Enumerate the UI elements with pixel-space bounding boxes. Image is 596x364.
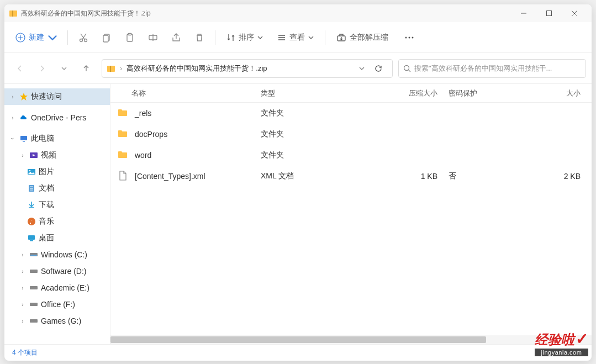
sidebar-this-pc[interactable]: › 此电脑 xyxy=(4,130,110,147)
address-bar[interactable]: › 高效科研必备的中国知网实用技能干货！.zip xyxy=(102,59,393,78)
tree-label: 文档 xyxy=(39,183,54,193)
maximize-button[interactable] xyxy=(536,4,562,22)
svg-point-25 xyxy=(412,36,414,38)
toolbar: 新建 排序 查看 全部解压缩 xyxy=(4,22,592,53)
close-button[interactable] xyxy=(562,4,587,22)
chevron-down-icon xyxy=(308,35,314,40)
svg-point-10 xyxy=(85,39,87,41)
file-list[interactable]: _rels文件夹docProps文件夹word文件夹[Content_Types… xyxy=(110,103,592,335)
up-button[interactable] xyxy=(76,59,96,78)
col-compressed[interactable]: 压缩大小 xyxy=(366,88,449,98)
chevron-down-icon xyxy=(48,33,57,43)
desktop-icon xyxy=(27,233,36,243)
sidebar-documents[interactable]: 文档 xyxy=(4,180,110,197)
video-icon xyxy=(29,150,39,160)
rename-button[interactable] xyxy=(142,28,164,48)
file-type: XML 文档 xyxy=(261,171,366,181)
sidebar-drive-e[interactable]: › Academic (E:) xyxy=(4,279,110,296)
sidebar-downloads[interactable]: 下载 xyxy=(4,197,110,213)
check-icon: ✓ xyxy=(576,330,588,347)
zip-icon xyxy=(107,64,115,73)
minimize-button[interactable] xyxy=(511,4,536,22)
folder-icon xyxy=(117,107,129,119)
drive-icon xyxy=(29,299,39,309)
col-size[interactable]: 大小 xyxy=(501,88,592,98)
search-input[interactable] xyxy=(414,64,581,72)
view-label: 查看 xyxy=(289,33,305,43)
scrollbar-thumb[interactable] xyxy=(110,336,486,343)
divider xyxy=(215,30,215,45)
cut-button[interactable] xyxy=(72,28,94,48)
extract-all-button[interactable]: 全部解压缩 xyxy=(330,29,395,46)
horizontal-scrollbar[interactable] xyxy=(110,335,592,344)
chevron-right-icon[interactable]: › xyxy=(19,284,27,292)
search-box[interactable] xyxy=(398,59,586,78)
file-row[interactable]: word文件夹 xyxy=(110,145,592,166)
nav-arrows xyxy=(10,59,96,78)
sidebar-quick-access[interactable]: › 快速访问 xyxy=(4,88,110,105)
svg-rect-41 xyxy=(30,240,33,241)
file-password: 否 xyxy=(449,171,501,181)
delete-button[interactable] xyxy=(188,28,210,48)
view-button[interactable]: 查看 xyxy=(271,29,320,46)
statusbar: 4 个项目 xyxy=(4,344,592,361)
col-type[interactable]: 类型 xyxy=(261,88,366,98)
paste-button[interactable] xyxy=(119,28,141,48)
sidebar-videos[interactable]: › 视频 xyxy=(4,147,110,163)
svg-rect-46 xyxy=(30,303,38,306)
chevron-right-icon[interactable]: › xyxy=(19,267,27,275)
chevron-down-icon[interactable] xyxy=(359,66,365,71)
sort-button[interactable]: 排序 xyxy=(220,29,270,46)
file-row[interactable]: _rels文件夹 xyxy=(110,103,592,124)
copy-button[interactable] xyxy=(96,28,118,48)
drive-icon xyxy=(29,250,39,260)
breadcrumb-path[interactable]: 高效科研必备的中国知网实用技能干货！.zip xyxy=(126,64,267,73)
chevron-right-icon[interactable]: › xyxy=(9,114,17,122)
svg-rect-43 xyxy=(30,255,37,256)
refresh-button[interactable] xyxy=(369,59,388,78)
explorer-window: 高效科研必备的中国知网实用技能干货！.zip 新建 排序 查看 xyxy=(4,4,592,361)
drive-icon xyxy=(29,266,39,276)
sidebar-music[interactable]: 音乐 xyxy=(4,213,110,230)
navbar: › 高效科研必备的中国知网实用技能干货！.zip xyxy=(4,53,592,84)
file-row[interactable]: docProps文件夹 xyxy=(110,124,592,145)
tree-label: Office (F:) xyxy=(41,300,75,309)
folder-icon xyxy=(117,149,129,161)
divider xyxy=(325,30,325,45)
col-name[interactable]: 名称 xyxy=(117,88,261,98)
chevron-right-icon[interactable]: › xyxy=(9,93,17,101)
chevron-right-icon[interactable]: › xyxy=(19,151,27,159)
file-size: 2 KB xyxy=(501,172,592,181)
svg-rect-44 xyxy=(30,270,38,273)
sidebar-pictures[interactable]: 图片 xyxy=(4,163,110,180)
col-password[interactable]: 密码保护 xyxy=(449,88,501,98)
chevron-right-icon[interactable]: › xyxy=(19,251,27,259)
titlebar: 高效科研必备的中国知网实用技能干货！.zip xyxy=(4,4,592,22)
search-icon xyxy=(403,65,411,72)
tree-label: Windows (C:) xyxy=(41,250,87,259)
file-row[interactable]: [Content_Types].xmlXML 文档1 KB否2 KB xyxy=(110,166,592,187)
sidebar-onedrive[interactable]: › OneDrive - Pers xyxy=(4,109,110,126)
watermark-text: 经验啦 xyxy=(535,332,574,347)
file-type: 文件夹 xyxy=(261,108,366,118)
recent-button[interactable] xyxy=(54,59,74,78)
sidebar-drive-d[interactable]: › Software (D:) xyxy=(4,263,110,279)
svg-point-9 xyxy=(80,39,83,41)
forward-button[interactable] xyxy=(32,59,52,78)
share-button[interactable] xyxy=(165,28,187,48)
file-name: word xyxy=(135,151,151,160)
back-button[interactable] xyxy=(10,59,30,78)
file-type: 文件夹 xyxy=(261,150,366,160)
sidebar-drive-c[interactable]: › Windows (C:) xyxy=(4,246,110,263)
chevron-right-icon[interactable]: › xyxy=(19,317,27,325)
sidebar-desktop[interactable]: 桌面 xyxy=(4,230,110,246)
file-name: _rels xyxy=(135,109,151,118)
more-button[interactable] xyxy=(398,28,420,48)
window-controls xyxy=(511,4,587,22)
new-button[interactable]: 新建 xyxy=(10,29,63,46)
sidebar-drive-f[interactable]: › Office (F:) xyxy=(4,296,110,313)
svg-rect-40 xyxy=(28,235,35,240)
sidebar-drive-g[interactable]: › Games (G:) xyxy=(4,313,110,329)
chevron-right-icon[interactable]: › xyxy=(19,300,27,308)
chevron-down-icon[interactable]: › xyxy=(9,135,17,143)
